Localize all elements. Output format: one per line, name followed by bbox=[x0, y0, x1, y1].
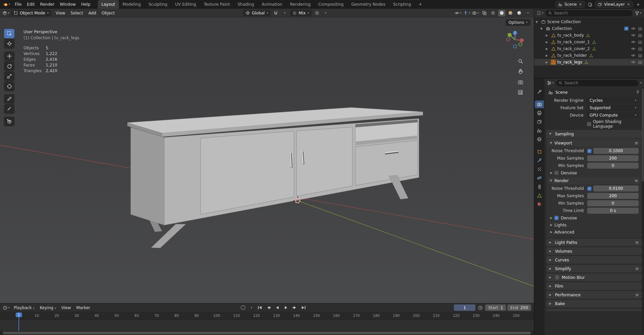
gizmo-x-axis[interactable] bbox=[520, 38, 524, 42]
menubar-item[interactable]: Window bbox=[57, 1, 78, 8]
collapsed-panel-header[interactable]: ▶ Simplify ≡ bbox=[546, 265, 642, 273]
workspace-tab[interactable]: Modeling bbox=[119, 0, 145, 9]
tool-move[interactable] bbox=[4, 51, 14, 61]
render-denoise-row[interactable]: ▶ ✓ Denoise bbox=[546, 214, 642, 221]
new-viewlayer-button[interactable] bbox=[635, 1, 641, 8]
play-button[interactable] bbox=[283, 304, 290, 311]
editor-type-selector[interactable]: ▾ bbox=[2, 10, 9, 16]
disable-render-camera-icon[interactable] bbox=[638, 47, 642, 51]
shading-rendered-button[interactable] bbox=[516, 10, 523, 16]
timeline-scrollbar-thumb[interactable] bbox=[3, 332, 531, 334]
new-scene-button[interactable] bbox=[587, 1, 593, 8]
tab-material[interactable] bbox=[535, 200, 544, 208]
outliner-object-row[interactable]: ▶ tv_rack_holder bbox=[534, 52, 644, 59]
tool-add-cube[interactable] bbox=[4, 117, 14, 126]
tab-render[interactable] bbox=[535, 100, 544, 108]
viewport-overlays-dropdown[interactable]: ▾ bbox=[472, 10, 479, 16]
noise-threshold-field[interactable]: 0.0100 bbox=[593, 185, 639, 192]
disable-render-camera-icon[interactable] bbox=[638, 27, 642, 31]
tv-rack-model[interactable] bbox=[127, 108, 423, 248]
subpanel-render-header[interactable]: ▼ Render ≡ bbox=[548, 177, 641, 184]
outliner-object-row[interactable]: ▶ tv_rack_body bbox=[534, 32, 644, 39]
timeline-menu-item[interactable]: Playback ▾ bbox=[11, 304, 37, 311]
frame-start-field[interactable]: Start 1 bbox=[485, 304, 506, 311]
blender-logo-icon[interactable]: ▾ bbox=[3, 1, 10, 7]
jump-to-start-button[interactable] bbox=[256, 304, 264, 311]
proportional-editing-button[interactable] bbox=[313, 10, 320, 16]
jump-prev-keyframe-button[interactable] bbox=[265, 304, 272, 311]
tab-constraints[interactable] bbox=[535, 183, 544, 191]
tab-tool[interactable] bbox=[535, 88, 544, 96]
device-dropdown[interactable]: GPU Compute ▾ bbox=[587, 112, 639, 118]
collapsed-panel-header[interactable]: ▶ Curves bbox=[546, 256, 642, 264]
outliner-object-row[interactable]: ▶ tv_rack_legs bbox=[534, 59, 644, 66]
collapsed-panel-header[interactable]: ▶ Motion Blur bbox=[546, 274, 642, 281]
tool-scale[interactable] bbox=[4, 72, 14, 81]
tab-world[interactable] bbox=[535, 135, 544, 143]
unlink-scene-icon[interactable]: × bbox=[579, 2, 582, 7]
tab-object-data[interactable] bbox=[535, 192, 544, 199]
proportional-falloff-dropdown[interactable]: ▾ bbox=[322, 10, 329, 16]
viewport-visibility-dropdown[interactable]: ▾ bbox=[455, 10, 462, 16]
gizmo-x-negative[interactable] bbox=[507, 38, 510, 41]
add-workspace-button[interactable]: + bbox=[416, 2, 425, 7]
menubar-item[interactable]: File bbox=[12, 1, 24, 8]
tool-measure[interactable] bbox=[4, 104, 14, 114]
viewport-menu-item[interactable]: Add bbox=[86, 10, 99, 16]
play-reverse-button[interactable] bbox=[274, 304, 281, 311]
properties-search-input[interactable] bbox=[564, 81, 636, 85]
feature-set-dropdown[interactable]: Supported ▾ bbox=[587, 105, 639, 111]
clock-icon-button[interactable] bbox=[477, 304, 484, 311]
options-dropdown[interactable]: Options ▾ bbox=[506, 19, 530, 26]
hide-viewport-eye-icon[interactable] bbox=[631, 46, 636, 51]
expand-arrow-icon[interactable]: ▶ bbox=[544, 61, 549, 64]
hide-viewport-eye-icon[interactable] bbox=[631, 53, 636, 58]
workspace-tab[interactable]: Texture Paint bbox=[200, 0, 234, 9]
outliner-object-row[interactable]: ▶ tv_rack_cover_2 bbox=[534, 45, 644, 52]
outliner-collection-row[interactable]: ▼ Collection ✓ bbox=[534, 25, 644, 32]
properties-search[interactable] bbox=[556, 80, 638, 86]
panel-menu-icon[interactable]: ≡ bbox=[635, 293, 639, 297]
camera-view-button[interactable] bbox=[516, 78, 524, 86]
tab-physics[interactable] bbox=[535, 174, 544, 182]
gizmo-y-negative[interactable] bbox=[519, 43, 522, 46]
workspace-tab[interactable]: UV Editing bbox=[171, 0, 200, 9]
hide-viewport-eye-icon[interactable] bbox=[631, 26, 636, 31]
max-samples-field[interactable]: 200 bbox=[587, 193, 639, 199]
workspace-tab[interactable]: Rendering bbox=[286, 0, 314, 9]
panel-menu-icon[interactable]: ≡ bbox=[635, 240, 639, 245]
timeline-menu-item[interactable]: View bbox=[59, 304, 74, 311]
properties-scrollbar[interactable] bbox=[642, 89, 644, 332]
hide-viewport-eye-icon[interactable] bbox=[631, 40, 636, 44]
viewport-denoise-row[interactable]: ▶ Denoise bbox=[546, 169, 642, 176]
outliner-object-row[interactable]: ▶ tv_rack_cover_1 bbox=[534, 39, 644, 45]
auto-keying-dropdown[interactable]: ▾ bbox=[248, 304, 255, 311]
osl-checkbox[interactable] bbox=[587, 122, 591, 126]
xray-toggle-button[interactable] bbox=[481, 10, 488, 16]
menubar-item[interactable]: Edit bbox=[24, 1, 37, 8]
tab-view-layer[interactable] bbox=[535, 118, 544, 126]
workspace-tab[interactable]: Geometry Nodes bbox=[348, 0, 389, 9]
shading-material-button[interactable] bbox=[507, 10, 514, 16]
menubar-item[interactable]: Help bbox=[78, 1, 93, 8]
orientation-dropdown[interactable]: Global ▾ bbox=[243, 10, 271, 16]
timeline-menu-item[interactable]: Keying ▾ bbox=[37, 304, 58, 311]
outliner-editor-type-selector[interactable]: ▾ bbox=[536, 10, 544, 16]
chevron-down-icon[interactable]: ▾ bbox=[640, 82, 642, 84]
viewlayer-selector[interactable]: ViewLayer × bbox=[595, 1, 633, 8]
properties-editor-type-selector[interactable]: ▾ bbox=[547, 80, 554, 86]
pan-hand-button[interactable] bbox=[516, 67, 524, 75]
gizmo-z-negative[interactable] bbox=[513, 45, 517, 48]
render-denoise-checkbox[interactable]: ✓ bbox=[554, 216, 559, 220]
workspace-tab[interactable]: Compositing bbox=[314, 0, 347, 9]
pivot-dropdown[interactable]: Mix ▾ bbox=[290, 10, 312, 16]
tab-output[interactable] bbox=[535, 109, 544, 117]
viewport-3d[interactable]: User Perspective (1) Collection | tv_rac… bbox=[0, 17, 534, 303]
noise-threshold-checkbox[interactable]: ✓ bbox=[587, 149, 592, 153]
timeline-menu-item[interactable]: Marker bbox=[74, 304, 93, 311]
viewport-gizmos-dropdown[interactable]: ▾ bbox=[463, 10, 470, 16]
subpanel-viewport-header[interactable]: ▼ Viewport ≡ bbox=[548, 139, 641, 146]
tab-object[interactable] bbox=[535, 148, 544, 156]
expand-arrow-icon[interactable]: ▶ bbox=[544, 34, 549, 37]
timeline-editor-type-selector[interactable]: ▾ bbox=[3, 304, 10, 311]
